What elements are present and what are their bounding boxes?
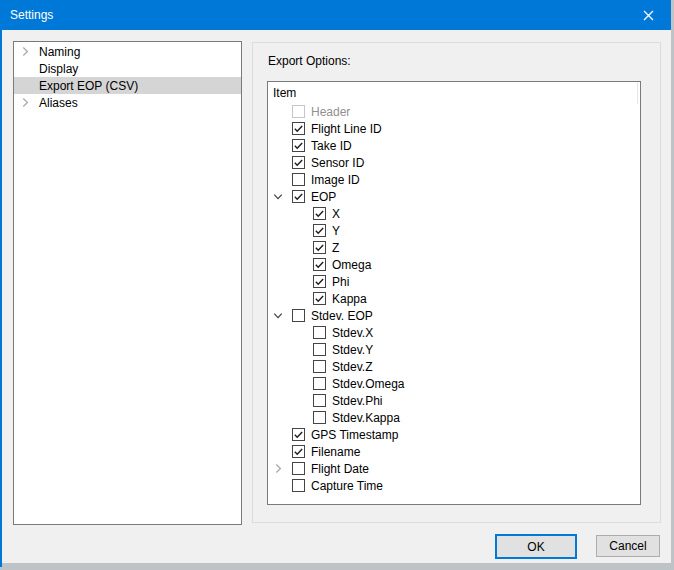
checkbox-checked[interactable] xyxy=(313,207,326,220)
item-row-stdev-omega[interactable]: Stdev.Omega xyxy=(268,375,640,392)
item-row-eop[interactable]: EOP xyxy=(268,188,640,205)
close-icon xyxy=(643,10,654,21)
item-column-header[interactable]: Item xyxy=(273,86,296,100)
item-label: Stdev.Omega xyxy=(332,377,404,391)
checkbox-unchecked[interactable] xyxy=(292,462,305,475)
item-row-stdev-phi[interactable]: Stdev.Phi xyxy=(268,392,640,409)
item-label: Capture Time xyxy=(311,479,383,493)
item-row-gps-timestamp[interactable]: GPS Timestamp xyxy=(268,426,640,443)
item-label: Kappa xyxy=(332,292,367,306)
checkbox-unchecked[interactable] xyxy=(292,173,305,186)
checkbox-checked[interactable] xyxy=(292,445,305,458)
item-row-filename[interactable]: Filename xyxy=(268,443,640,460)
sidebar-item-label: Export EOP (CSV) xyxy=(39,79,138,93)
item-label: Stdev.X xyxy=(332,326,373,340)
checkbox-checked[interactable] xyxy=(292,428,305,441)
item-row-stdev-x[interactable]: Stdev.X xyxy=(268,324,640,341)
checkbox-unchecked[interactable] xyxy=(313,343,326,356)
sidebar-item-label: Display xyxy=(39,62,78,76)
checkbox-unchecked[interactable] xyxy=(313,411,326,424)
item-row-sensor-id[interactable]: Sensor ID xyxy=(268,154,640,171)
item-row-stdev-eop[interactable]: Stdev. EOP xyxy=(268,307,640,324)
item-label: Sensor ID xyxy=(311,156,364,170)
checkbox-checked[interactable] xyxy=(313,275,326,288)
checkbox-unchecked[interactable] xyxy=(292,309,305,322)
item-label: X xyxy=(332,207,340,221)
chevron-right-icon[interactable] xyxy=(17,94,33,111)
item-label: Flight Date xyxy=(311,462,369,476)
chevron-down-icon[interactable] xyxy=(270,307,286,324)
checkbox-unchecked xyxy=(292,105,305,118)
checkbox-checked[interactable] xyxy=(313,258,326,271)
checkbox-checked[interactable] xyxy=(292,122,305,135)
checkbox-unchecked[interactable] xyxy=(313,377,326,390)
item-row-take-id[interactable]: Take ID xyxy=(268,137,640,154)
item-row-capture-time[interactable]: Capture Time xyxy=(268,477,640,494)
item-label: Header xyxy=(311,105,350,119)
item-tree-box: Item HeaderFlight Line IDTake IDSensor I… xyxy=(267,81,641,505)
chevron-right-icon[interactable] xyxy=(270,460,286,477)
item-label: Y xyxy=(332,224,340,238)
close-button[interactable] xyxy=(626,0,671,30)
item-row-omega[interactable]: Omega xyxy=(268,256,640,273)
item-row-image-id[interactable]: Image ID xyxy=(268,171,640,188)
title-bar[interactable]: Settings xyxy=(0,0,671,30)
item-label: Stdev.Kappa xyxy=(332,411,400,425)
item-label: Phi xyxy=(332,275,349,289)
item-label: Filename xyxy=(311,445,360,459)
checkbox-unchecked[interactable] xyxy=(292,479,305,492)
sidebar-item-export-eop-csv[interactable]: Export EOP (CSV) xyxy=(14,77,241,94)
item-label: Stdev.Y xyxy=(332,343,373,357)
item-label: Stdev. EOP xyxy=(311,309,373,323)
item-row-x[interactable]: X xyxy=(268,205,640,222)
item-row-stdev-kappa[interactable]: Stdev.Kappa xyxy=(268,409,640,426)
chevron-right-icon[interactable] xyxy=(17,43,33,60)
export-options-group: Export Options: Item HeaderFlight Line I… xyxy=(252,42,661,523)
checkbox-checked[interactable] xyxy=(292,139,305,152)
checkbox-unchecked[interactable] xyxy=(313,360,326,373)
sidebar-item-aliases[interactable]: Aliases xyxy=(14,94,241,111)
checkbox-checked[interactable] xyxy=(313,224,326,237)
checkbox-checked[interactable] xyxy=(313,292,326,305)
checkbox-checked[interactable] xyxy=(292,156,305,169)
item-label: GPS Timestamp xyxy=(311,428,398,442)
item-label: Stdev.Z xyxy=(332,360,372,374)
item-label: Omega xyxy=(332,258,371,272)
item-label: Stdev.Phi xyxy=(332,394,382,408)
sidebar-item-naming[interactable]: Naming xyxy=(14,43,241,60)
item-label: Z xyxy=(332,241,339,255)
item-row-phi[interactable]: Phi xyxy=(268,273,640,290)
item-row-kappa[interactable]: Kappa xyxy=(268,290,640,307)
item-row-stdev-z[interactable]: Stdev.Z xyxy=(268,358,640,375)
ok-button[interactable]: OK xyxy=(495,534,577,559)
sidebar-item-label: Naming xyxy=(39,45,80,59)
item-row-z[interactable]: Z xyxy=(268,239,640,256)
export-options-label: Export Options: xyxy=(268,54,351,68)
window-title: Settings xyxy=(10,0,53,30)
checkbox-checked[interactable] xyxy=(292,190,305,203)
checkbox-unchecked[interactable] xyxy=(313,394,326,407)
settings-nav-list: NamingDisplayExport EOP (CSV)Aliases xyxy=(14,43,241,111)
item-tree: HeaderFlight Line IDTake IDSensor IDImag… xyxy=(268,103,640,494)
sidebar-item-label: Aliases xyxy=(39,96,78,110)
cancel-button[interactable]: Cancel xyxy=(596,535,660,557)
window-border-right xyxy=(0,0,2,567)
column-separator xyxy=(637,82,638,104)
item-row-header: Header xyxy=(268,103,640,120)
item-row-y[interactable]: Y xyxy=(268,222,640,239)
item-row-stdev-y[interactable]: Stdev.Y xyxy=(268,341,640,358)
checkbox-checked[interactable] xyxy=(313,241,326,254)
item-row-flight-line-id[interactable]: Flight Line ID xyxy=(268,120,640,137)
sidebar-item-display[interactable]: Display xyxy=(14,60,241,77)
item-row-flight-date[interactable]: Flight Date xyxy=(268,460,640,477)
checkbox-unchecked[interactable] xyxy=(313,326,326,339)
chevron-down-icon[interactable] xyxy=(270,188,286,205)
item-label: Take ID xyxy=(311,139,352,153)
item-label: EOP xyxy=(311,190,336,204)
item-label: Image ID xyxy=(311,173,360,187)
item-label: Flight Line ID xyxy=(311,122,382,136)
settings-nav-panel: NamingDisplayExport EOP (CSV)Aliases xyxy=(13,41,242,525)
